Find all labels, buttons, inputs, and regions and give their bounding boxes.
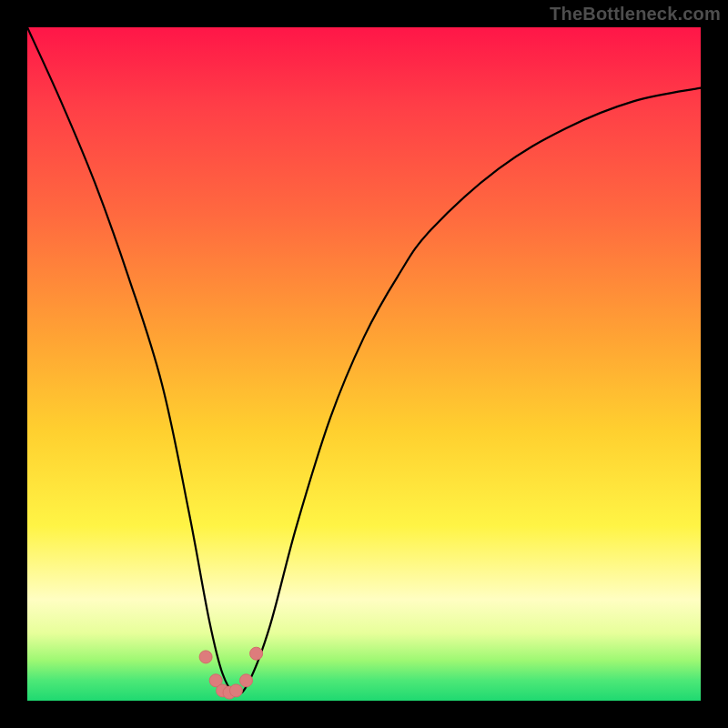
- bottleneck-curve: [27, 27, 701, 694]
- curve-layer: [27, 27, 701, 701]
- highlight-dot: [199, 651, 212, 663]
- highlight-dot: [229, 684, 242, 697]
- watermark-text: TheBottleneck.com: [550, 4, 721, 25]
- highlight-dot: [250, 647, 263, 660]
- highlight-dot: [240, 674, 253, 687]
- chart-frame: TheBottleneck.com: [0, 0, 728, 728]
- plot-area: [27, 27, 701, 701]
